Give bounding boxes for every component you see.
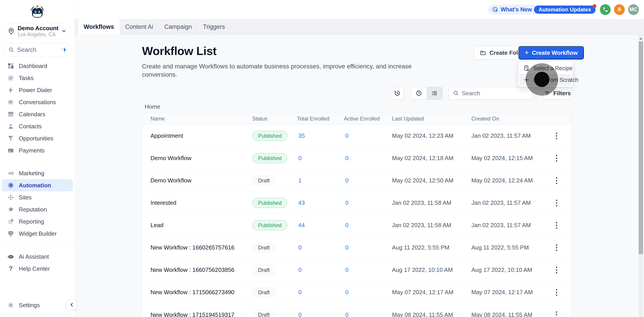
row-menu-button[interactable] [554, 153, 560, 164]
view-toggle-history[interactable] [411, 87, 427, 99]
sidebar-search[interactable] [4, 43, 71, 57]
app-logo[interactable] [0, 4, 75, 20]
workflow-name[interactable]: New Workflow : 1715066273490 [150, 289, 252, 296]
sidebar-item-icon [7, 230, 14, 237]
sidebar-item-conversations[interactable]: Conversations [2, 96, 73, 108]
workflow-name[interactable]: New Workflow : 1660756203856 [150, 266, 252, 274]
whats-new-button[interactable]: What's New Automation Updates [488, 5, 596, 14]
active-enrolled-link[interactable]: 0 [344, 200, 392, 206]
status-badge: Draft [252, 265, 276, 275]
workflow-name[interactable]: Lead [150, 222, 252, 229]
active-enrolled-link[interactable]: 0 [344, 289, 392, 296]
table-row[interactable]: Lead Published 44 0 Jan 02 2023, 11:58 A… [142, 214, 571, 236]
table-row[interactable]: New Workflow : 1715194519317 Draft 0 0 M… [142, 304, 571, 317]
sidebar-item-ai-assistant[interactable]: Ai Assistant [2, 250, 73, 263]
workflow-name[interactable]: New Workflow : 1715194519317 [150, 312, 252, 317]
notifications-button[interactable] [614, 4, 625, 15]
total-enrolled-link[interactable]: 0 [297, 244, 344, 251]
sidebar-item-sites[interactable]: Sites [2, 191, 73, 204]
account-selector[interactable]: Demo Account Los Angeles, CA [4, 23, 71, 39]
sidebar-item-contacts[interactable]: Contacts [2, 120, 73, 132]
sidebar-item-label: Automation [19, 182, 51, 189]
status-badge: Draft [252, 176, 276, 186]
row-menu-button[interactable] [554, 130, 560, 142]
phone-button[interactable] [600, 4, 611, 15]
active-enrolled-link[interactable]: 0 [344, 132, 392, 139]
sidebar-item-payments[interactable]: Payments [2, 144, 73, 156]
table-row[interactable]: Interested Published 43 0 Jan 02 2023, 1… [142, 192, 571, 214]
total-enrolled-link[interactable]: 44 [297, 222, 344, 229]
total-enrolled-link[interactable]: 0 [297, 266, 344, 274]
create-workflow-button[interactable]: + Create Workflow [518, 46, 584, 60]
sidebar-item-marketing[interactable]: Marketing [2, 167, 73, 179]
dropdown-item-select-a-recipe[interactable]: Select a Recipe [520, 62, 572, 74]
sidebar-item-tasks[interactable]: Tasks [2, 72, 73, 84]
total-enrolled-link[interactable]: 1 [297, 177, 344, 184]
sidebar-item-automation[interactable]: Automation [2, 179, 73, 191]
automation-updates-badge[interactable]: Automation Updates [534, 6, 596, 14]
scrollbar-up-arrow[interactable] [639, 36, 643, 40]
dropdown-item-start-from-scratch[interactable]: Start from Scratch [520, 74, 572, 86]
row-menu-button[interactable] [554, 175, 560, 186]
row-menu-button[interactable] [554, 220, 560, 231]
sidebar-collapse-button[interactable] [67, 300, 77, 310]
sidebar-item-dashboard[interactable]: Dashboard [2, 60, 73, 72]
table-row[interactable]: New Workflow : 1660265757616 Draft 0 0 A… [142, 236, 571, 259]
tab-triggers[interactable]: Triggers [198, 19, 230, 35]
active-enrolled-link[interactable]: 0 [344, 312, 392, 317]
sidebar-item-label: Widget Builder [19, 230, 56, 237]
sidebar-item-icon [7, 62, 14, 70]
total-enrolled-link[interactable]: 43 [297, 200, 344, 206]
sidebar-item-settings[interactable]: Settings [2, 299, 73, 311]
table-body: Appointment Published 35 0 May 02 2024, … [142, 125, 571, 317]
tab-campaign[interactable]: Campaign [159, 19, 198, 35]
dropdown-item-label: Start from Scratch [533, 77, 578, 83]
sidebar-search-input[interactable] [17, 46, 60, 54]
total-enrolled-link[interactable]: 0 [297, 155, 344, 162]
workflow-search[interactable] [448, 87, 533, 100]
table-row[interactable]: New Workflow : 1715066273490 Draft 0 0 M… [142, 281, 571, 304]
page-title: Workflow List [142, 44, 216, 58]
workflow-name[interactable]: New Workflow : 1660265757616 [150, 244, 252, 251]
scrollbar-thumb[interactable] [639, 41, 643, 254]
tab-workflows[interactable]: Workflows [78, 19, 120, 35]
workflow-search-input[interactable] [462, 90, 529, 97]
row-menu-button[interactable] [554, 309, 560, 317]
total-enrolled-link[interactable]: 0 [297, 312, 344, 317]
table-row[interactable]: Demo Workflow Draft 1 0 May 02 2024, 12:… [142, 170, 571, 192]
tab-content-ai[interactable]: Content Ai [120, 19, 159, 35]
table-row[interactable]: Demo Workflow Published 0 0 May 02 2024,… [142, 147, 571, 170]
sidebar-item-reputation[interactable]: Reputation [2, 204, 73, 216]
row-menu-button[interactable] [554, 264, 560, 276]
workflow-name[interactable]: Appointment [150, 132, 252, 139]
active-enrolled-link[interactable]: 0 [344, 244, 392, 251]
user-avatar[interactable]: MC [628, 4, 639, 15]
breadcrumb[interactable]: Home [145, 103, 160, 110]
sidebar-item-widget-builder[interactable]: Widget Builder [2, 228, 73, 240]
workflow-name[interactable]: Demo Workflow [150, 177, 252, 184]
workflow-name[interactable]: Interested [150, 200, 252, 206]
execution-logs-button[interactable] [391, 87, 404, 100]
row-menu-button[interactable] [554, 242, 560, 253]
sidebar-item-icon [7, 182, 14, 189]
table-row[interactable]: New Workflow : 1660756203856 Draft 0 0 A… [142, 259, 571, 281]
active-enrolled-link[interactable]: 0 [344, 222, 392, 229]
active-enrolled-link[interactable]: 0 [344, 155, 392, 162]
row-menu-button[interactable] [554, 287, 560, 298]
row-menu-button[interactable] [554, 198, 560, 208]
active-enrolled-link[interactable]: 0 [344, 266, 392, 274]
sidebar-item-help-center[interactable]: Help Center [2, 263, 73, 275]
sidebar-item-opportunities[interactable]: Opportunities [2, 132, 73, 144]
page-scrollbar[interactable] [639, 35, 643, 317]
total-enrolled-link[interactable]: 35 [297, 132, 344, 139]
table-row[interactable]: Appointment Published 35 0 May 02 2024, … [142, 125, 571, 147]
sidebar-item-reporting[interactable]: Reporting [2, 216, 73, 228]
filters-button[interactable]: Filters [543, 87, 572, 100]
view-toggle-list[interactable] [427, 87, 442, 99]
active-enrolled-link[interactable]: 0 [344, 177, 392, 184]
sidebar-item-calendars[interactable]: Calendars [2, 108, 73, 120]
workflow-name[interactable]: Demo Workflow [150, 155, 252, 162]
ai-search-icon [60, 46, 67, 53]
sidebar-item-power-dialer[interactable]: Power Dialer [2, 84, 73, 96]
total-enrolled-link[interactable]: 0 [297, 289, 344, 296]
